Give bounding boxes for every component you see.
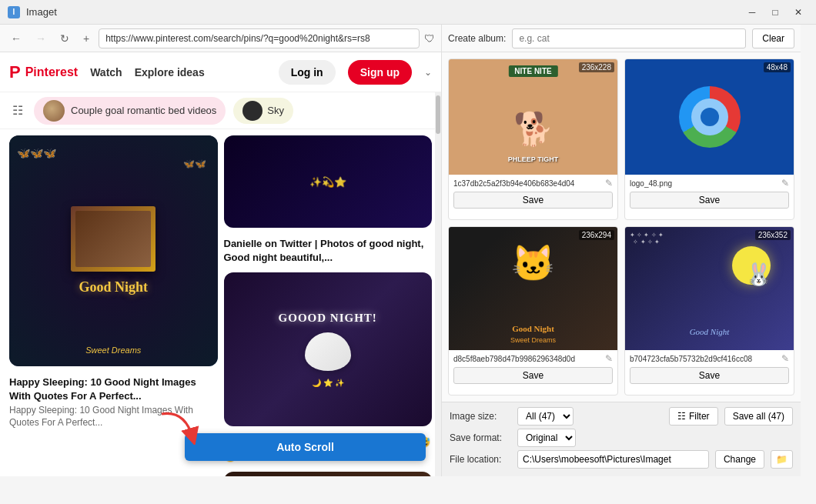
save-button-1[interactable]: Save (453, 192, 613, 209)
image-preview-1[interactable]: 236x228 NITE NITE 🐕 PHLEEP TIGHT (449, 59, 617, 175)
file-location-label: File location: (450, 454, 511, 465)
bottom-controls: Image size: All (47) ☷ Filter Save all (… (442, 402, 801, 476)
dog-emoji: 🐕 (513, 110, 553, 148)
sky-tag-dot (242, 101, 263, 121)
signup-button[interactable]: Sign up (348, 60, 412, 85)
maximize-button[interactable]: □ (765, 5, 785, 20)
scrollbar-thumb (436, 95, 440, 134)
image-filename-row-4: b704723cfa5b75732b2d9cf416cc08 ✎ (625, 350, 794, 367)
image-size-select[interactable]: All (47) (517, 407, 574, 426)
file-location-input[interactable] (517, 450, 709, 469)
snoopy-card[interactable]: GOOOD NIGHT! 🌙 ⭐ ✨ (224, 272, 433, 426)
pinterest-content[interactable]: 🦋🦋🦋 🦋🦋 Good Night Sweet Dreams (0, 129, 441, 476)
filter-button[interactable]: ☷ Filter (669, 407, 718, 426)
good-night-moon-text: Good Night (690, 327, 730, 336)
edit-icon-3[interactable]: ✎ (605, 353, 613, 364)
image-dimensions-1: 236x228 (579, 62, 614, 72)
pinterest-p: P (9, 62, 21, 82)
image-preview-2[interactable]: 48x48 (625, 59, 794, 175)
pin-col-2: ✨💫⭐ Danielle on Twitter | Photos of good… (224, 135, 433, 476)
nav-explore[interactable]: Explore ideas (135, 66, 205, 78)
images-grid: 236x228 NITE NITE 🐕 PHLEEP TIGHT 1c37db2… (442, 52, 801, 402)
main-layout: ← → ↻ + 🛡 P Pinterest Watch Explore idea… (0, 25, 816, 476)
image-filename-4: b704723cfa5b75732b2d9cf416cc08 (630, 355, 752, 363)
minimize-button[interactable]: ─ (742, 5, 762, 20)
danielle-card[interactable]: ✨💫⭐ (224, 135, 433, 228)
edit-icon-1[interactable]: ✎ (605, 178, 613, 189)
refresh-button[interactable]: ↻ (55, 31, 74, 46)
auto-scroll-button[interactable]: Auto Scroll (185, 433, 426, 461)
pin-title-1: Happy Sleeping: 10 Good Night Images Wit… (9, 375, 218, 403)
search-tag-couple[interactable]: Couple goal romantic bed videos (34, 97, 226, 125)
pin-desc-2: Danielle on Twitter | Photos of good nig… (224, 234, 433, 266)
app-title: Imaget (26, 6, 57, 18)
image-filename-1: 1c37db2c5a2f3b94e406b683e4d04 (453, 179, 574, 188)
app-icon: I (8, 6, 20, 18)
clear-button[interactable]: Clear (752, 28, 794, 48)
new-tab-button[interactable]: + (79, 31, 94, 46)
left-panel: ← → ↻ + 🛡 P Pinterest Watch Explore idea… (0, 25, 442, 476)
forward-button[interactable]: → (31, 31, 51, 46)
browser-bar: ← → ↻ + 🛡 (0, 25, 441, 52)
size-filter-row: Image size: All (47) ☷ Filter Save all (… (450, 407, 793, 426)
right-panel: Create album: Clear 236x228 NITE NITE 🐕 … (442, 25, 801, 476)
image-size-label: Image size: (450, 411, 511, 422)
image-dimensions-2: 48x48 (764, 62, 791, 72)
pin-title-2: Danielle on Twitter | Photos of good nig… (224, 237, 433, 265)
nite-nite-banner: NITE NITE (508, 65, 557, 77)
sweet-dreams-cat-text: Sweet Dreams (510, 336, 556, 344)
prince-card[interactable]: Goodnight, sweet prince... (224, 472, 433, 476)
image-filename-row-3: d8c5f8aeb798d47b9986296348d0d ✎ (449, 350, 617, 367)
address-bar[interactable] (99, 28, 420, 48)
create-album-label: Create album: (448, 33, 506, 44)
edit-icon-4[interactable]: ✎ (781, 353, 789, 364)
goood-night-text: GOOOD NIGHT! (279, 312, 377, 325)
good-night-card-1[interactable]: 🦋🦋🦋 🦋🦋 Good Night Sweet Dreams (9, 135, 218, 366)
folder-button[interactable]: 📁 (771, 450, 793, 469)
window-controls: ─ □ ✕ (742, 5, 808, 20)
pinterest-logo: P Pinterest (9, 62, 78, 82)
image-card-1: 236x228 NITE NITE 🐕 PHLEEP TIGHT 1c37db2… (448, 58, 618, 220)
sweet-dreams-text: Sweet Dreams (85, 345, 141, 355)
image-card-2: 48x48 logo_48.png ✎ Save (624, 58, 794, 220)
pinterest-text: Pinterest (25, 65, 78, 79)
save-button-3[interactable]: Save (453, 367, 613, 384)
image-dimensions-3: 236x294 (579, 230, 614, 240)
shield-icon: 🛡 (424, 32, 435, 45)
couple-tag-text: Couple goal romantic bed videos (71, 105, 216, 116)
pinterest-nav: P Pinterest Watch Explore ideas Log in S… (0, 52, 441, 92)
couple-tag-avatar (43, 100, 65, 122)
sky-tag-text: Sky (267, 105, 284, 116)
cat-emoji: 🐱 (511, 242, 555, 284)
save-button-2[interactable]: Save (630, 192, 789, 209)
nav-watch[interactable]: Watch (90, 66, 122, 78)
save-button-4[interactable]: Save (630, 367, 789, 384)
image-filename-3: d8c5f8aeb798d47b9986296348d0d (453, 355, 575, 363)
save-format-label: Save format: (450, 432, 511, 443)
search-filter-bar: ☷ Couple goal romantic bed videos Sky (0, 92, 441, 129)
edit-icon-2[interactable]: ✎ (781, 178, 789, 189)
change-button[interactable]: Change (715, 450, 764, 469)
moon-character: 🐰 (745, 262, 772, 287)
search-tag-sky[interactable]: Sky (233, 98, 293, 124)
scrollbar-track[interactable] (435, 92, 441, 476)
save-all-button[interactable]: Save all (47) (724, 407, 793, 426)
format-row: Save format: Original (450, 429, 793, 447)
good-night-cat-text: Good Night (512, 324, 554, 333)
filter-icon-button[interactable]: ☷ (9, 100, 26, 121)
scroll-arrow (154, 406, 200, 447)
pins-grid: 🦋🦋🦋 🦋🦋 Good Night Sweet Dreams (9, 135, 432, 476)
image-preview-4[interactable]: 236x352 ✦ ✧ ✦ ✧ ✦ ✧ ✦ ✧ ✦ 🐰 Good Night (625, 227, 794, 350)
save-format-select[interactable]: Original (517, 429, 576, 447)
image-filename-row-2: logo_48.png ✎ (625, 175, 794, 192)
image-filename-row-1: 1c37db2c5a2f3b94e406b683e4d04 ✎ (449, 175, 617, 192)
image-card-4: 236x352 ✦ ✧ ✦ ✧ ✦ ✧ ✦ ✧ ✦ 🐰 Good Night b… (624, 226, 794, 396)
login-button[interactable]: Log in (279, 60, 336, 85)
album-input[interactable] (512, 28, 746, 48)
back-button[interactable]: ← (6, 31, 26, 46)
filter-button-label: Filter (689, 411, 710, 422)
close-button[interactable]: ✕ (788, 5, 808, 20)
image-preview-3[interactable]: 236x294 🐱 Good Night Sweet Dreams (449, 227, 617, 350)
chevron-down-icon[interactable]: ⌄ (424, 67, 432, 78)
good-night-title: Good Night (79, 279, 148, 295)
